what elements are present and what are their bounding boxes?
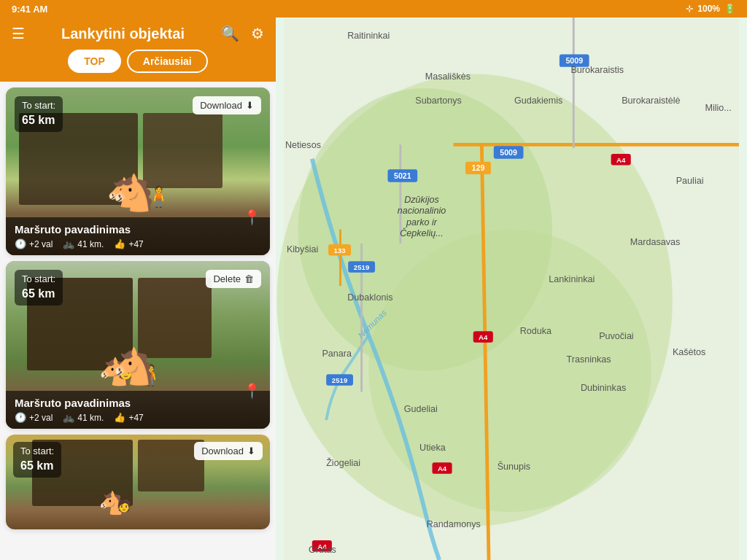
svg-text:2519: 2519 bbox=[354, 263, 370, 271]
card-info-2: Maršruto pavadinimas 🕐 +2 val 🚲 41 km. 👍 bbox=[6, 391, 270, 429]
meta-distance-1: 🚲 41 km. bbox=[63, 238, 104, 249]
route-card-1[interactable]: 🐴 🧑 🧍 To start: 65 km Download ⬇ Maršrut… bbox=[6, 88, 270, 255]
bike-icon-1: 🚲 bbox=[63, 238, 74, 249]
app-header: ☰ Lankytini objektai 🔍 ⚙ bbox=[0, 18, 276, 50]
like-icon-2: 👍 bbox=[114, 412, 125, 423]
svg-text:Šunupis: Šunupis bbox=[498, 461, 530, 472]
download-button-3[interactable]: Download ⬇ bbox=[194, 442, 263, 460]
tab-top[interactable]: TOP bbox=[68, 50, 121, 73]
svg-text:Dubininkas: Dubininkas bbox=[581, 383, 626, 393]
meta-likes-1: 👍 +47 bbox=[114, 238, 143, 249]
svg-text:parko ir: parko ir bbox=[406, 217, 438, 228]
menu-icon[interactable]: ☰ bbox=[12, 25, 25, 42]
card-meta-2: 🕐 +2 val 🚲 41 km. 👍 +47 bbox=[15, 412, 261, 423]
card-meta-1: 🕐 +2 val 🚲 41 km. 👍 +47 bbox=[15, 238, 261, 249]
download-icon: ⬇ bbox=[246, 100, 254, 111]
svg-text:Dzūkijos: Dzūkijos bbox=[404, 195, 439, 205]
bluetooth-icon: ⊹ bbox=[686, 4, 693, 14]
svg-text:133: 133 bbox=[334, 246, 347, 254]
download-button-1[interactable]: Download ⬇ bbox=[193, 96, 261, 114]
tab-nearest[interactable]: Arčiausiai bbox=[127, 50, 208, 73]
tab-bar: TOP Arčiausiai bbox=[0, 50, 276, 82]
svg-text:5021: 5021 bbox=[394, 171, 411, 180]
svg-text:Gudeliai: Gudeliai bbox=[404, 404, 438, 414]
svg-text:Subartonys: Subartonys bbox=[415, 96, 462, 106]
status-time: 9:41 AM bbox=[12, 4, 47, 15]
header-title: Lankytini objektai bbox=[25, 26, 221, 42]
svg-text:Roduka: Roduka bbox=[520, 326, 551, 336]
svg-text:129: 129 bbox=[472, 163, 485, 172]
svg-text:Gudakiemis: Gudakiemis bbox=[514, 96, 562, 106]
svg-text:Mardasavas: Mardasavas bbox=[630, 237, 681, 247]
card-info-1: Maršruto pavadinimas 🕐 +2 val 🚲 41 km. 👍 bbox=[6, 217, 270, 255]
map-svg: 5009 5009 5021 129 A4 A4 A4 A4 133 2519 bbox=[276, 18, 747, 560]
to-start-badge-3: To start: 65 km bbox=[13, 442, 61, 478]
search-icon[interactable]: 🔍 bbox=[221, 25, 239, 42]
meta-duration-2: 🕐 +2 val bbox=[15, 412, 53, 423]
to-start-badge-1: To start: 65 km bbox=[15, 96, 63, 132]
svg-text:Burokaraistėlė: Burokaraistėlė bbox=[622, 96, 680, 106]
svg-text:Trasninkas: Trasninkas bbox=[567, 354, 611, 365]
svg-text:Čepkelių...: Čepkelių... bbox=[400, 228, 443, 238]
clock-icon-2: 🕐 bbox=[15, 412, 26, 423]
clock-icon-1: 🕐 bbox=[15, 238, 26, 249]
svg-text:Kašėtos: Kašėtos bbox=[673, 347, 705, 357]
svg-text:2519: 2519 bbox=[332, 376, 348, 384]
delete-button-2[interactable]: Delete 🗑 bbox=[206, 270, 261, 288]
main-layout: ☰ Lankytini objektai 🔍 ⚙ TOP Arčiausiai … bbox=[0, 18, 747, 560]
battery-percent: 100% bbox=[697, 4, 720, 14]
svg-text:Panara: Panara bbox=[322, 349, 352, 359]
cards-container[interactable]: 🐴 🧑 🧍 To start: 65 km Download ⬇ Maršrut… bbox=[0, 82, 276, 560]
left-panel: ☰ Lankytini objektai 🔍 ⚙ TOP Arčiausiai … bbox=[0, 18, 276, 560]
svg-text:Grūtas: Grūtas bbox=[309, 545, 336, 555]
svg-text:A4: A4 bbox=[438, 464, 447, 472]
svg-text:Randamonys: Randamonys bbox=[427, 519, 481, 529]
bike-icon-2: 🚲 bbox=[63, 412, 74, 423]
like-icon-1: 👍 bbox=[114, 238, 125, 249]
svg-text:Puvočiai: Puvočiai bbox=[599, 331, 634, 341]
svg-text:Dubaklonis: Dubaklonis bbox=[347, 292, 392, 302]
map-panel[interactable]: 5009 5009 5021 129 A4 A4 A4 A4 133 2519 bbox=[276, 18, 747, 560]
battery-icon: 🔋 bbox=[724, 4, 735, 14]
svg-text:Raitininkai: Raitininkai bbox=[347, 31, 390, 41]
svg-text:A4: A4 bbox=[616, 156, 626, 164]
svg-text:Lankininkai: Lankininkai bbox=[549, 274, 595, 284]
status-bar: 9:41 AM ⊹ 100% 🔋 bbox=[0, 0, 747, 18]
svg-text:Žiogeliai: Žiogeliai bbox=[326, 457, 360, 468]
svg-text:A4: A4 bbox=[479, 333, 488, 341]
header-actions: 🔍 ⚙ bbox=[221, 25, 264, 42]
card-title-2: Maršruto pavadinimas bbox=[15, 397, 261, 409]
svg-text:Kibyšiai: Kibyšiai bbox=[287, 244, 318, 254]
waypoint-icon-2: 📍 bbox=[243, 382, 261, 400]
meta-likes-2: 👍 +47 bbox=[114, 412, 143, 423]
to-start-badge-2: To start: 65 km bbox=[15, 270, 63, 306]
meta-distance-2: 🚲 41 km. bbox=[63, 412, 104, 423]
svg-text:nacionalinio: nacionalinio bbox=[398, 206, 446, 216]
svg-text:5009: 5009 bbox=[500, 148, 517, 157]
svg-text:Netiesos: Netiesos bbox=[285, 140, 321, 150]
svg-text:5009: 5009 bbox=[565, 56, 583, 65]
waypoint-icon-1: 📍 bbox=[243, 209, 261, 226]
route-card-2[interactable]: 🐴 🧑 🧍 To start: 65 km Delete 🗑 Maršruto … bbox=[6, 261, 270, 429]
download-icon-3: ⬇ bbox=[247, 446, 255, 456]
svg-text:Pauliai: Pauliai bbox=[676, 176, 704, 186]
meta-duration-1: 🕐 +2 val bbox=[15, 238, 53, 249]
card-title-1: Maršruto pavadinimas bbox=[15, 223, 261, 236]
svg-text:Milio...: Milio... bbox=[705, 103, 731, 113]
route-card-3[interactable]: 🐴 🧑 To start: 65 km Download ⬇ bbox=[6, 435, 270, 529]
svg-text:Burokaraistis: Burokaraistis bbox=[570, 65, 624, 75]
status-icons: ⊹ 100% 🔋 bbox=[686, 4, 735, 14]
trash-icon: 🗑 bbox=[244, 273, 254, 284]
filter-icon[interactable]: ⚙ bbox=[251, 25, 264, 42]
svg-text:Masališkės: Masališkės bbox=[425, 71, 471, 82]
svg-text:Utieka: Utieka bbox=[419, 443, 446, 453]
